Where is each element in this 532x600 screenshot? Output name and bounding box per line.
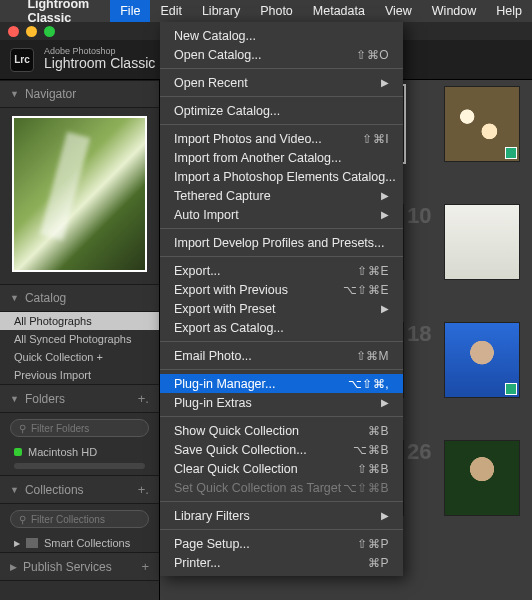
menu-item-label: Show Quick Collection [174, 424, 368, 438]
add-collection-icon[interactable]: +. [138, 482, 149, 497]
menu-window[interactable]: Window [422, 0, 486, 22]
menubar-app-name[interactable]: Lightroom Classic [17, 0, 110, 25]
menu-item[interactable]: Show Quick Collection⌘B [160, 421, 403, 440]
panel-navigator-label: Navigator [25, 87, 76, 101]
menu-item-label: Save Quick Collection... [174, 443, 353, 457]
menu-item-label: Export as Catalog... [174, 321, 389, 335]
catalog-item[interactable]: Previous Import [0, 366, 159, 384]
thumbnail[interactable] [444, 322, 520, 398]
menu-item-label: Export with Preset [174, 302, 381, 316]
disclosure-icon: ▼ [10, 89, 19, 99]
menu-item-label: Export with Previous [174, 283, 343, 297]
submenu-arrow-icon: ▶ [381, 303, 389, 314]
menu-item[interactable]: Export as Catalog... [160, 318, 403, 337]
menu-help[interactable]: Help [486, 0, 532, 22]
menu-item-label: Clear Quick Collection [174, 462, 357, 476]
menu-library[interactable]: Library [192, 0, 250, 22]
collection-row[interactable]: ▶ Smart Collections [0, 534, 159, 552]
menu-item: Set Quick Collection as Target⌥⇧⌘B [160, 478, 403, 497]
row-number: 10 [407, 203, 431, 229]
menu-item[interactable]: Import from Another Catalog... [160, 148, 403, 167]
menu-separator [160, 416, 403, 417]
panel-publish-header[interactable]: ▶ Publish Services + [0, 552, 159, 581]
thumbnail[interactable] [444, 440, 520, 516]
menu-item[interactable]: Import Develop Profiles and Presets... [160, 233, 403, 252]
menu-item[interactable]: Optimize Catalog... [160, 101, 403, 120]
menu-item[interactable]: Export...⇧⌘E [160, 261, 403, 280]
search-icon: ⚲ [19, 423, 26, 434]
menu-item[interactable]: Clear Quick Collection⇧⌘B [160, 459, 403, 478]
collections-filter-input[interactable]: ⚲ Filter Collections [10, 510, 149, 528]
menu-item[interactable]: Save Quick Collection...⌥⌘B [160, 440, 403, 459]
menu-item[interactable]: Printer...⌘P [160, 553, 403, 572]
menu-item[interactable]: Export with Previous⌥⇧⌘E [160, 280, 403, 299]
menu-item-label: Optimize Catalog... [174, 104, 389, 118]
menu-item-label: Plug-in Extras [174, 396, 381, 410]
app-logo-icon: Lrc [10, 48, 34, 72]
menu-edit[interactable]: Edit [150, 0, 192, 22]
panel-catalog-header[interactable]: ▼ Catalog [0, 284, 159, 312]
folders-filter-placeholder: Filter Folders [31, 423, 89, 434]
folder-drive[interactable]: Macintosh HD [0, 443, 159, 461]
menu-item-label: Plug-in Manager... [174, 377, 348, 391]
menu-item-shortcut: ⌥⇧⌘B [343, 481, 389, 495]
menu-separator [160, 68, 403, 69]
menu-separator [160, 124, 403, 125]
menu-item[interactable]: Page Setup...⇧⌘P [160, 534, 403, 553]
thumbnail[interactable] [444, 86, 520, 162]
menu-item[interactable]: Open Recent▶ [160, 73, 403, 92]
menu-item-label: Email Photo... [174, 349, 356, 363]
menu-item[interactable]: Open Catalog...⇧⌘O [160, 45, 403, 64]
menu-item-label: Import from Another Catalog... [174, 151, 389, 165]
row-number: 18 [407, 321, 431, 347]
menu-item-shortcut: ⇧⌘P [357, 537, 389, 551]
add-publish-icon[interactable]: + [141, 559, 149, 574]
drive-usage-bar [14, 463, 145, 469]
menu-item-label: Import Develop Profiles and Presets... [174, 236, 389, 250]
menu-item-label: Import Photos and Video... [174, 132, 362, 146]
menu-item[interactable]: Tethered Capture▶ [160, 186, 403, 205]
catalog-item[interactable]: All Photographs [0, 312, 159, 330]
menu-item-shortcut: ⇧⌘O [356, 48, 389, 62]
menu-item[interactable]: Email Photo...⇧⌘M [160, 346, 403, 365]
menu-item[interactable]: Auto Import▶ [160, 205, 403, 224]
smart-collections-label: Smart Collections [44, 537, 130, 549]
submenu-arrow-icon: ▶ [381, 209, 389, 220]
menu-item[interactable]: Export with Preset▶ [160, 299, 403, 318]
panel-publish-label: Publish Services [23, 560, 112, 574]
menu-item[interactable]: Plug-in Manager...⌥⇧⌘, [160, 374, 403, 393]
menu-item[interactable]: Import Photos and Video...⇧⌘I [160, 129, 403, 148]
panel-collections-header[interactable]: ▼ Collections +. [0, 475, 159, 504]
menu-metadata[interactable]: Metadata [303, 0, 375, 22]
menu-item[interactable]: Plug-in Extras▶ [160, 393, 403, 412]
file-dropdown-menu: New Catalog...Open Catalog...⇧⌘OOpen Rec… [160, 22, 403, 576]
menu-item-shortcut: ⌥⇧⌘E [343, 283, 389, 297]
folder-drive-label: Macintosh HD [28, 446, 97, 458]
panel-navigator-header[interactable]: ▼ Navigator [0, 80, 159, 108]
menu-item[interactable]: Library Filters▶ [160, 506, 403, 525]
menu-item[interactable]: New Catalog... [160, 26, 403, 45]
add-folder-icon[interactable]: +. [138, 391, 149, 406]
menu-separator [160, 529, 403, 530]
menu-photo[interactable]: Photo [250, 0, 303, 22]
navigator-preview[interactable] [12, 116, 147, 272]
menu-item-label: Library Filters [174, 509, 381, 523]
catalog-item[interactable]: All Synced Photographs [0, 330, 159, 348]
collections-filter-placeholder: Filter Collections [31, 514, 105, 525]
folders-filter-input[interactable]: ⚲ Filter Folders [10, 419, 149, 437]
panel-folders-label: Folders [25, 392, 65, 406]
disclosure-icon: ▶ [14, 539, 20, 548]
catalog-item[interactable]: Quick Collection + [0, 348, 159, 366]
menu-item-label: Set Quick Collection as Target [174, 481, 343, 495]
panel-catalog-label: Catalog [25, 291, 66, 305]
minimize-window-icon[interactable] [26, 26, 37, 37]
close-window-icon[interactable] [8, 26, 19, 37]
panel-folders-header[interactable]: ▼ Folders +. [0, 384, 159, 413]
menu-file[interactable]: File [110, 0, 150, 22]
menu-view[interactable]: View [375, 0, 422, 22]
disclosure-icon: ▼ [10, 394, 19, 404]
menu-item[interactable]: Import a Photoshop Elements Catalog... [160, 167, 403, 186]
zoom-window-icon[interactable] [44, 26, 55, 37]
submenu-arrow-icon: ▶ [381, 77, 389, 88]
thumbnail[interactable] [444, 204, 520, 280]
